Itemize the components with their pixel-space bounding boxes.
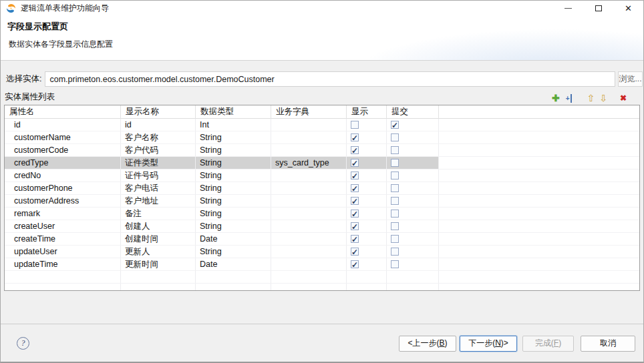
- table-row[interactable]: credNo证件号码String: [5, 169, 639, 182]
- submit-checkbox[interactable]: [391, 222, 399, 230]
- submit-checkbox[interactable]: [391, 235, 399, 243]
- submit-checkbox[interactable]: [391, 184, 399, 192]
- column-header-type[interactable]: 数据类型: [196, 105, 271, 119]
- add-row-icon[interactable]: ✚: [552, 94, 560, 103]
- cell: [439, 182, 639, 195]
- close-button[interactable]: ✕: [613, 1, 643, 15]
- submit-checkbox[interactable]: [391, 260, 399, 268]
- app-logo-icon: [6, 3, 16, 13]
- column-header-display[interactable]: 显示: [347, 105, 387, 119]
- entity-label: 选择实体:: [6, 73, 41, 85]
- insert-row-icon[interactable]: +: [566, 94, 573, 103]
- cell: [271, 195, 347, 208]
- cell: [271, 169, 347, 182]
- browse-button[interactable]: 浏览...: [618, 71, 643, 87]
- finish-button[interactable]: 完成(F): [522, 336, 574, 352]
- cell: 客户名称: [121, 131, 196, 144]
- display-checkbox[interactable]: [351, 235, 359, 243]
- column-header-submit[interactable]: 提交: [387, 105, 439, 119]
- cell: [439, 169, 639, 182]
- cell: [271, 131, 347, 144]
- table-row[interactable]: customerCode客户代码String: [5, 144, 639, 157]
- cell: [387, 157, 439, 169]
- button-label: 下一步(: [468, 338, 495, 348]
- display-checkbox[interactable]: [351, 159, 359, 167]
- cell: [271, 144, 347, 157]
- cell: [439, 271, 639, 284]
- cell: [387, 195, 439, 208]
- display-checkbox[interactable]: [351, 210, 359, 218]
- move-up-icon[interactable]: ⇧: [587, 94, 595, 103]
- cell: [196, 284, 271, 291]
- submit-checkbox[interactable]: [391, 133, 399, 141]
- cancel-button[interactable]: 取消: [581, 336, 635, 352]
- cell: Date: [196, 258, 271, 271]
- cell: id: [5, 119, 121, 131]
- cell: customerAddress: [5, 195, 121, 208]
- cell: [347, 144, 387, 157]
- cell: String: [196, 182, 271, 195]
- display-checkbox[interactable]: [351, 171, 359, 179]
- column-header-name[interactable]: 属性名: [5, 105, 121, 119]
- cell: 证件类型: [121, 157, 196, 169]
- back-button[interactable]: <上一步(B): [399, 336, 456, 352]
- cell: [347, 271, 387, 284]
- help-button[interactable]: ?: [17, 337, 29, 350]
- minimize-button[interactable]: [553, 1, 583, 15]
- cell: String: [196, 208, 271, 220]
- cell: [5, 284, 121, 291]
- entity-input[interactable]: [45, 71, 615, 87]
- display-checkbox[interactable]: [351, 260, 359, 268]
- table-row[interactable]: updateUser更新人String: [5, 246, 639, 258]
- button-label: N: [495, 338, 501, 348]
- table-row[interactable]: createTime创建时间Date: [5, 233, 639, 246]
- table-row[interactable]: customerName客户名称String: [5, 131, 639, 144]
- maximize-button[interactable]: [583, 1, 613, 15]
- display-checkbox[interactable]: [351, 248, 359, 256]
- submit-checkbox[interactable]: [391, 146, 399, 154]
- cell: String: [196, 246, 271, 258]
- display-checkbox[interactable]: [351, 184, 359, 192]
- cell: [439, 144, 639, 157]
- cell: [439, 208, 639, 220]
- submit-checkbox[interactable]: [391, 210, 399, 218]
- submit-checkbox[interactable]: [391, 159, 399, 167]
- cell: 备注: [121, 208, 196, 220]
- display-checkbox[interactable]: [351, 222, 359, 230]
- table-row[interactable]: credType证件类型Stringsys_card_type: [5, 157, 639, 169]
- next-button[interactable]: 下一步(N)>: [460, 336, 517, 352]
- cell: 创建人: [121, 220, 196, 233]
- display-checkbox[interactable]: [351, 146, 359, 154]
- table-row[interactable]: remark备注String: [5, 208, 639, 220]
- submit-checkbox[interactable]: [391, 121, 399, 129]
- cell: [271, 220, 347, 233]
- cell: [387, 119, 439, 131]
- submit-checkbox[interactable]: [391, 197, 399, 205]
- move-down-icon[interactable]: ⇩: [599, 94, 607, 103]
- cell: String: [196, 144, 271, 157]
- cell: [439, 119, 639, 131]
- cell: [347, 119, 387, 131]
- cell: 客户代码: [121, 144, 196, 157]
- column-header-display-name[interactable]: 显示名称: [121, 105, 196, 119]
- table-row[interactable]: customerPhone客户电话String: [5, 182, 639, 195]
- submit-checkbox[interactable]: [391, 248, 399, 256]
- display-checkbox[interactable]: [351, 197, 359, 205]
- cell: 创建时间: [121, 233, 196, 246]
- cell: [387, 220, 439, 233]
- cell: 更新时间: [121, 258, 196, 271]
- cell: [347, 169, 387, 182]
- column-header-dict[interactable]: 业务字典: [271, 105, 347, 119]
- cell: [347, 246, 387, 258]
- table-row[interactable]: customerAddress客户地址String: [5, 195, 639, 208]
- delete-row-icon[interactable]: ✖: [620, 94, 627, 103]
- cell: customerName: [5, 131, 121, 144]
- display-checkbox[interactable]: [351, 121, 359, 129]
- table-row[interactable]: updateTime更新时间Date: [5, 258, 639, 271]
- table-row[interactable]: ididInt: [5, 119, 639, 131]
- submit-checkbox[interactable]: [391, 171, 399, 179]
- display-checkbox[interactable]: [351, 133, 359, 141]
- cell: [347, 208, 387, 220]
- table-row[interactable]: createUser创建人String: [5, 220, 639, 233]
- cell: [347, 131, 387, 144]
